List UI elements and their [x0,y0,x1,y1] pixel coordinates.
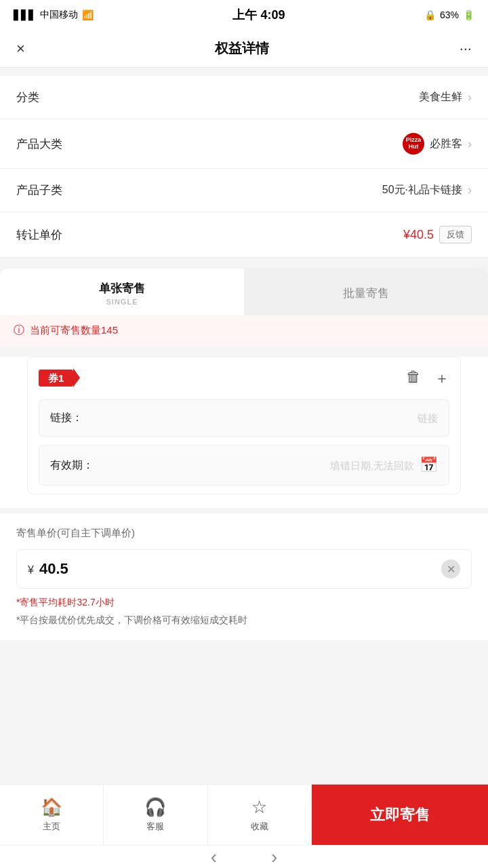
link-label: 链接： [50,411,83,425]
tab-batch-label: 批量寄售 [343,285,389,301]
alert-text: 当前可寄售数量145 [30,324,118,337]
product-category-label: 产品大类 [16,136,62,152]
transfer-price-value: ¥40.5 反馈 [403,226,472,243]
link-input[interactable] [88,412,438,424]
pizza-hut-logo-icon: PizzaHut [403,133,424,155]
info-section: 分类 美食生鲜 › 产品大类 PizzaHut 必胜客 › 产品子类 50元·礼… [0,76,488,258]
category-value: 美食生鲜 › [419,90,472,104]
status-bar: ▋▋▋ 中国移动 📶 上午 4:09 🔒 63% 🔋 [0,0,488,30]
nav-service[interactable]: 🎧 客服 [104,785,207,845]
clear-price-button[interactable]: ✕ [441,559,460,578]
category-text: 美食生鲜 [419,90,462,104]
forward-arrow-button[interactable]: › [271,846,277,868]
price-input-row: ¥ 40.5 ✕ [16,549,472,589]
bottom-indicator: ‹ › [0,845,488,868]
status-right: 🔒 63% 🔋 [424,9,474,20]
status-left: ▋▋▋ 中国移动 📶 [14,9,94,21]
link-input-field: 链接： [39,399,449,437]
tab-single[interactable]: 单张寄售 SINGLE [0,269,244,315]
home-label: 主页 [43,821,60,833]
alert-icon: ⓘ [14,323,24,338]
coupon-badge-wrapper: 券1 [39,372,73,385]
tabs-container: 单张寄售 SINGLE 批量寄售 [0,269,488,315]
add-coupon-button[interactable]: ＋ [434,368,449,389]
signal-icon: ▋▋▋ [14,9,36,20]
wifi-icon: 📶 [82,9,94,20]
price-display: ¥ 40.5 [28,560,68,578]
coupon-badge: 券1 [39,370,73,387]
category-label: 分类 [16,90,39,105]
battery-icon: 🔋 [463,9,474,20]
coupon-header: 券1 🗑 ＋ [39,368,449,389]
avg-time-highlight: 32.7小时 [77,597,114,608]
category-chevron-icon: › [468,90,472,104]
product-category-row[interactable]: 产品大类 PizzaHut 必胜客 › [0,119,488,169]
favorite-icon: ☆ [251,797,267,818]
expiry-input-field: 有效期： 📅 [39,445,449,486]
home-icon: 🏠 [41,797,62,818]
product-category-text: 必胜客 [430,137,462,151]
price-section: 寄售单价(可自主下调单价) ¥ 40.5 ✕ *寄售平均耗时32.7小时 *平台… [0,508,488,640]
main-content: 分类 美食生鲜 › 产品大类 PizzaHut 必胜客 › 产品子类 50元·礼… [0,76,488,762]
coupon-area: 券1 🗑 ＋ 链接： 有效期： 📅 [0,357,488,508]
product-subcategory-chevron-icon: › [468,183,472,197]
service-icon: 🎧 [144,797,166,818]
avg-time-text: *寄售平均耗时 [16,597,77,608]
coupon-actions: 🗑 ＋ [406,368,449,389]
avg-time: *寄售平均耗时32.7小时 [16,597,472,609]
calendar-icon[interactable]: 📅 [420,456,438,474]
bottom-nav-left: 🏠 主页 🎧 客服 ☆ 收藏 [0,785,312,845]
product-subcategory-value: 50元·礼品卡链接 › [382,183,472,197]
battery-percent: 63% [440,9,459,20]
tab-single-sub: SINGLE [106,298,138,306]
product-subcategory-row[interactable]: 产品子类 50元·礼品卡链接 › [0,169,488,212]
expiry-input[interactable] [99,460,414,471]
platform-note: *平台按最优价优先成交，下调价格可有效缩短成交耗时 [16,614,472,640]
tab-single-label: 单张寄售 [99,281,145,296]
price-section-title: 寄售单价(可自主下调单价) [16,527,472,540]
card-area: 单张寄售 SINGLE 批量寄售 ⓘ 当前可寄售数量145 券1 🗑 [0,269,488,508]
cta-button[interactable]: 立即寄售 [312,785,488,845]
delete-coupon-button[interactable]: 🗑 [406,368,421,389]
yuan-symbol: ¥ [28,564,34,576]
tab-batch[interactable]: 批量寄售 [244,269,488,315]
product-category-chevron-icon: › [468,137,472,151]
category-row[interactable]: 分类 美食生鲜 › [0,76,488,119]
lock-icon: 🔒 [424,9,436,20]
coupon-card: 券1 🗑 ＋ 链接： 有效期： 📅 [27,357,461,494]
status-time: 上午 4:09 [232,7,285,23]
transfer-price-text: ¥40.5 [403,228,434,242]
alert-bar: ⓘ 当前可寄售数量145 [0,315,488,346]
price-value: 40.5 [39,560,68,578]
expiry-label: 有效期： [50,458,94,473]
favorite-label: 收藏 [251,821,268,833]
nav-bar: × 权益详情 ··· [0,30,488,68]
bottom-nav: 🏠 主页 🎧 客服 ☆ 收藏 立即寄售 [0,784,488,845]
transfer-price-label: 转让单价 [16,227,62,243]
carrier-name: 中国移动 [40,9,78,21]
transfer-price-row: 转让单价 ¥40.5 反馈 [0,212,488,258]
nav-home[interactable]: 🏠 主页 [0,785,104,845]
service-label: 客服 [146,821,164,833]
back-arrow-button[interactable]: ‹ [211,846,217,868]
product-subcategory-text: 50元·礼品卡链接 [382,183,462,197]
feedback-button[interactable]: 反馈 [439,226,472,243]
page-title: 权益详情 [215,39,269,58]
nav-favorite[interactable]: ☆ 收藏 [208,785,312,845]
close-button[interactable]: × [16,40,25,58]
product-subcategory-label: 产品子类 [16,182,62,198]
more-button[interactable]: ··· [460,40,472,58]
product-category-value: PizzaHut 必胜客 › [403,133,472,155]
